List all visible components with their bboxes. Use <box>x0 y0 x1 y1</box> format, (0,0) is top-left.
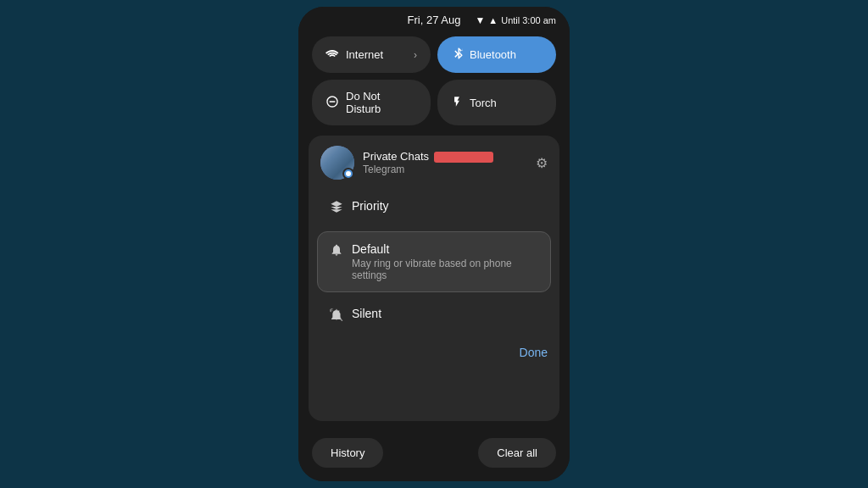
priority-text: Priority <box>352 199 538 213</box>
default-option[interactable]: Default May ring or vibrate based on pho… <box>317 231 551 292</box>
torch-tile-label: Torch <box>470 97 497 109</box>
bluetooth-tile-icon <box>451 47 463 63</box>
priority-label: Priority <box>352 199 538 213</box>
redacted-text <box>434 152 493 163</box>
wifi-tile-icon <box>326 47 339 62</box>
default-subtitle: May ring or vibrate based on phone setti… <box>352 258 538 281</box>
internet-tile-label: Internet <box>346 48 383 61</box>
silent-text: Silent <box>352 307 538 320</box>
options-list: Priority Default May ring or vibrate bas… <box>309 188 559 342</box>
priority-icon <box>330 200 343 217</box>
wifi-icon: ▼ <box>475 14 485 26</box>
priority-option[interactable]: Priority <box>317 188 551 228</box>
status-bar-right: ▼ ▲ Until 3:00 am <box>475 14 556 26</box>
notification-header: Private Chats Telegram ⚙ <box>309 136 559 188</box>
bluetooth-tile-label: Bluetooth <box>470 48 516 61</box>
torch-tile[interactable]: Torch <box>437 80 556 125</box>
bottom-actions: History Clear all <box>298 431 570 481</box>
bluetooth-tile[interactable]: Bluetooth <box>437 36 556 73</box>
online-badge <box>342 168 354 180</box>
notification-panel: Private Chats Telegram ⚙ Priority <box>309 136 559 421</box>
quick-tiles: Internet › Bluetooth Do Not Dist <box>298 30 570 136</box>
notification-title: Private Chats <box>363 150 527 163</box>
bell-off-icon <box>330 308 343 324</box>
dnd-tile[interactable]: Do Not Disturb <box>312 80 431 125</box>
done-row: Done <box>309 342 559 369</box>
torch-tile-icon <box>451 95 463 111</box>
dnd-tile-label: Do Not Disturb <box>346 90 417 115</box>
done-button[interactable]: Done <box>520 346 548 359</box>
tiles-row-1: Internet › Bluetooth <box>312 36 556 73</box>
dnd-status: Until 3:00 am <box>501 15 556 25</box>
internet-tile-arrow: › <box>414 49 417 61</box>
status-bar-center: Fri, 27 Aug <box>408 14 461 26</box>
settings-icon[interactable]: ⚙ <box>536 155 548 171</box>
default-text: Default May ring or vibrate based on pho… <box>352 242 538 281</box>
phone-container: Fri, 27 Aug ▼ ▲ Until 3:00 am Internet › <box>298 7 570 481</box>
default-label: Default <box>352 242 538 256</box>
notification-title-area: Private Chats Telegram <box>363 150 527 175</box>
silent-label: Silent <box>352 307 538 320</box>
history-button[interactable]: History <box>312 438 383 468</box>
signal-icon: ▲ <box>488 15 498 25</box>
avatar-wrap <box>320 146 354 180</box>
clear-all-button[interactable]: Clear all <box>478 438 556 468</box>
internet-tile[interactable]: Internet › <box>312 36 431 73</box>
status-date: Fri, 27 Aug <box>408 14 461 26</box>
bell-icon <box>330 243 343 260</box>
tiles-row-2: Do Not Disturb Torch <box>312 80 556 125</box>
silent-option[interactable]: Silent <box>317 296 551 336</box>
notification-subtitle: Telegram <box>363 164 527 175</box>
status-bar: Fri, 27 Aug ▼ ▲ Until 3:00 am <box>298 7 570 30</box>
notif-title-text: Private Chats <box>363 150 432 163</box>
dnd-tile-icon <box>326 95 339 111</box>
